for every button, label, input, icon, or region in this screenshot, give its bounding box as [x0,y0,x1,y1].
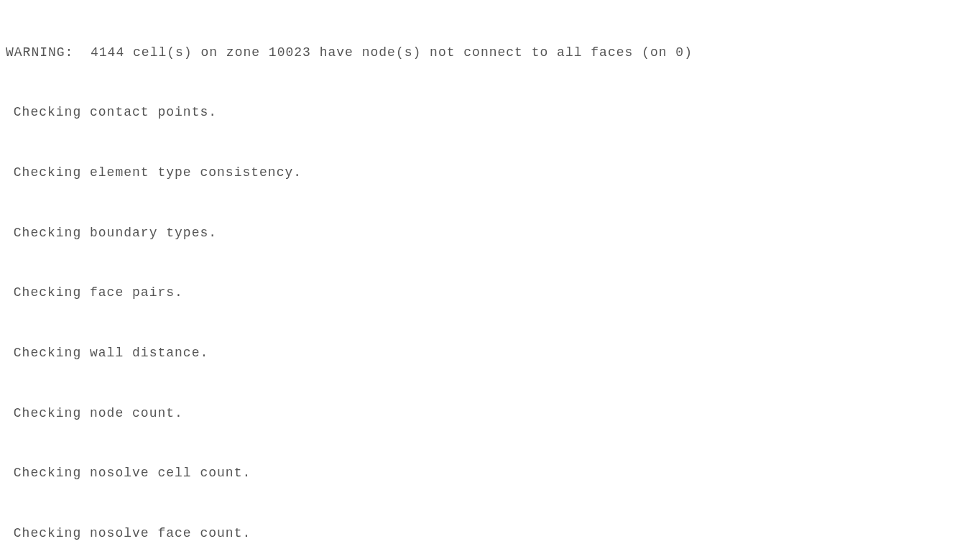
console-output: WARNING: 4144 cell(s) on zone 10023 have… [0,0,980,549]
check-line: Checking node count. [6,404,974,424]
check-line: Checking boundary types. [6,223,974,244]
check-line: Checking wall distance. [6,343,974,364]
check-line: Checking nosolve cell count. [6,463,974,484]
warning-line: WARNING: 4144 cell(s) on zone 10023 have… [6,43,974,63]
check-line: Checking face pairs. [6,283,974,303]
check-line: Checking contact points. [6,103,974,123]
check-line: Checking nosolve face count. [6,524,974,544]
check-line: Checking element type consistency. [6,163,974,183]
